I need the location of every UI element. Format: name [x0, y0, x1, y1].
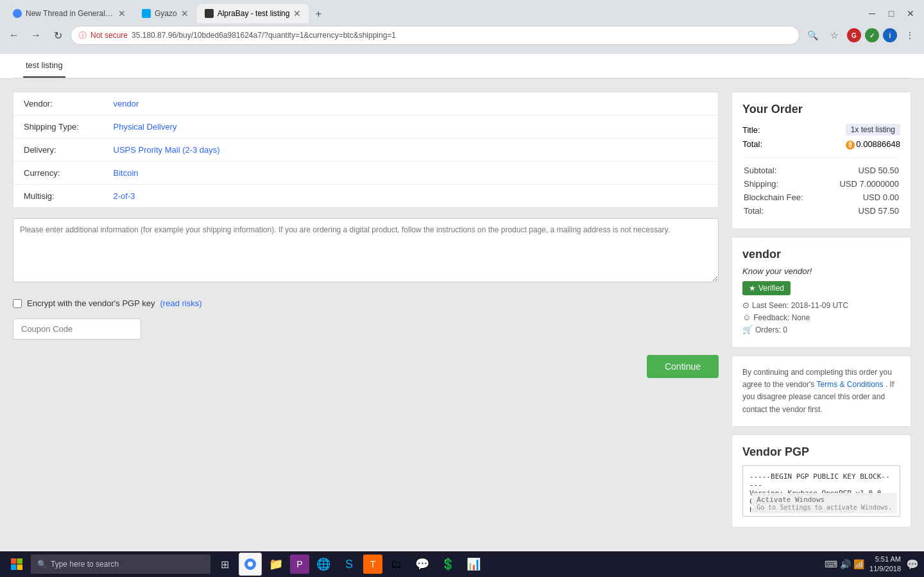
order-title-label: Title: — [742, 125, 760, 135]
menu-button[interactable]: ⋮ — [901, 26, 919, 44]
terms-card: By continuing and completing this order … — [732, 356, 911, 427]
extension-blue[interactable]: i — [883, 28, 897, 42]
purple-app-taskbar[interactable]: P — [290, 555, 309, 574]
task-view-button[interactable]: ⊞ — [213, 553, 236, 576]
pgp-title: Vendor PGP — [742, 445, 900, 459]
file-explorer-taskbar[interactable]: 📁 — [264, 553, 287, 576]
last-seen-row: ⊙ Last Seen: 2018-11-09 UTC — [742, 300, 900, 310]
orange-app-taskbar[interactable]: T — [363, 555, 382, 574]
notification-icon[interactable]: 💬 — [906, 558, 919, 571]
orders-row: 🛒 Orders: 0 — [742, 325, 900, 334]
tab-alphabay[interactable]: AlpraBay - test listing ✕ — [197, 4, 309, 23]
tab-gyazo[interactable]: Gyazo ✕ — [134, 4, 196, 23]
chrome-icon — [244, 558, 256, 570]
feedback-icon: ☺ — [742, 313, 751, 322]
url-display: 35.180.87.96/buy/10bded6a981624a7/?quant… — [132, 31, 396, 40]
tab-favicon-3 — [205, 9, 214, 18]
know-vendor-text: Know your vendor! — [742, 266, 900, 276]
search-button[interactable]: 🔍 — [803, 26, 821, 44]
your-order-title: Your Order — [742, 103, 900, 116]
tab-close-1[interactable]: ✕ — [118, 8, 126, 19]
tab-close-3[interactable]: ✕ — [293, 8, 301, 19]
close-button[interactable]: ✕ — [902, 5, 919, 22]
tab-label-2: Gyazo — [155, 9, 177, 18]
currency-label: Currency: — [13, 162, 103, 185]
bookmark-button[interactable]: ☆ — [825, 26, 843, 44]
table-row: Shipping Type: Physical Delivery — [13, 116, 719, 139]
minimize-button[interactable]: ─ — [864, 5, 880, 22]
misc-app-taskbar[interactable]: 📊 — [462, 553, 485, 576]
encrypt-checkbox[interactable] — [13, 299, 22, 308]
taskbar-search[interactable]: 🔍 Type here to search — [31, 555, 210, 574]
extension-green[interactable]: ✓ — [865, 28, 879, 42]
taskbar-time-display: 5:51 AM 11/9/2018 — [869, 555, 901, 574]
search-icon: 🔍 — [37, 560, 47, 569]
right-sidebar: Your Order Title: 1x test listing Total:… — [732, 92, 911, 538]
delivery-value: USPS Prority Mail (2-3 days) — [103, 139, 719, 162]
page-tab-test-listing[interactable]: test listing — [23, 54, 65, 78]
delivery-label: Delivery: — [13, 139, 103, 162]
system-tray: ⌨ 🔊 📶 — [825, 559, 864, 569]
folder-app-taskbar[interactable]: 🗂 — [385, 553, 408, 576]
dollar-app-taskbar[interactable]: 💲 — [436, 553, 459, 576]
subtotal-label: Subtotal: — [744, 164, 821, 177]
shipping-row: Shipping: USD 7.0000000 — [744, 178, 899, 190]
feedback-text: Feedback: None — [753, 313, 810, 322]
cart-icon: 🛒 — [742, 325, 753, 334]
tab-general-sellers[interactable]: New Thread in General Sellers M... ✕ — [5, 4, 133, 23]
verified-badge: ★ Verified — [742, 281, 791, 295]
multisig-label: Multisig: — [13, 185, 103, 208]
vendor-value: vendor — [103, 92, 719, 116]
total-value: ₿0.00886648 — [846, 139, 900, 150]
table-row: Vendor: vendor — [13, 92, 719, 116]
tab-label-1: New Thread in General Sellers M... — [26, 9, 114, 18]
vendor-card-title: vendor — [742, 248, 900, 261]
refresh-button[interactable]: ↻ — [49, 26, 67, 44]
read-risks-link[interactable]: (read risks) — [160, 298, 202, 308]
shipping-label: Shipping: — [744, 178, 821, 190]
chat-app-taskbar[interactable]: 💬 — [411, 553, 434, 576]
skype-taskbar[interactable]: S — [338, 553, 361, 576]
order-total-row-2: Total: USD 57.50 — [744, 205, 899, 217]
feedback-row: ☺ Feedback: None — [742, 313, 900, 322]
order-title-row: Title: 1x test listing — [742, 124, 900, 135]
tab-favicon-1 — [13, 9, 22, 18]
orders-text: Orders: 0 — [755, 325, 787, 334]
vendor-label: Vendor: — [13, 92, 103, 116]
terms-text: By continuing and completing this order … — [742, 366, 900, 416]
search-placeholder: Type here to search — [51, 560, 119, 569]
back-button[interactable]: ← — [5, 26, 23, 44]
svg-rect-1 — [17, 558, 23, 564]
tray-icon-3: 📶 — [853, 559, 864, 569]
coupon-row — [13, 318, 719, 340]
green-app-taskbar[interactable]: 🌐 — [312, 553, 335, 576]
shipping-value: USD 7.0000000 — [822, 178, 899, 190]
order-total-label: Total: — [744, 205, 821, 217]
additional-info-textarea[interactable] — [13, 218, 719, 282]
table-row: Multisig: 2-of-3 — [13, 185, 719, 208]
svg-point-5 — [248, 562, 253, 567]
terms-link[interactable]: Terms & Conditions — [817, 380, 884, 389]
encrypt-label: Encrypt with the vendor's PGP key — [27, 298, 155, 308]
start-button[interactable] — [5, 553, 28, 576]
additional-info-container — [13, 218, 719, 284]
tab-label-3: AlpraBay - test listing — [218, 9, 290, 18]
order-total-value: USD 57.50 — [822, 205, 899, 217]
clock-icon: ⊙ — [742, 300, 749, 310]
subtotal-row: Subtotal: USD 50.50 — [744, 164, 899, 177]
pgp-content-box: -----BEGIN PGP PUBLIC KEY BLOCK----- Ver… — [742, 465, 900, 517]
forward-button[interactable]: → — [27, 26, 45, 44]
address-bar[interactable]: ⓘ Not secure 35.180.87.96/buy/10bded6a98… — [71, 26, 800, 45]
order-details-table: Vendor: vendor Shipping Type: Physical D… — [13, 92, 719, 208]
coupon-input[interactable] — [13, 318, 141, 340]
time-display: 5:51 AM — [869, 555, 901, 564]
currency-value: Bitcoin — [103, 162, 719, 185]
extension-red[interactable]: G — [847, 28, 861, 42]
vendor-card: vendor Know your vendor! ★ Verified ⊙ La… — [732, 237, 911, 348]
chrome-taskbar[interactable] — [239, 553, 262, 576]
maximize-button[interactable]: □ — [883, 5, 900, 22]
continue-button[interactable]: Continue — [647, 355, 719, 378]
taskbar-right: ⌨ 🔊 📶 5:51 AM 11/9/2018 💬 — [825, 555, 919, 574]
tab-close-2[interactable]: ✕ — [181, 8, 189, 19]
new-tab-button[interactable]: + — [309, 5, 327, 23]
